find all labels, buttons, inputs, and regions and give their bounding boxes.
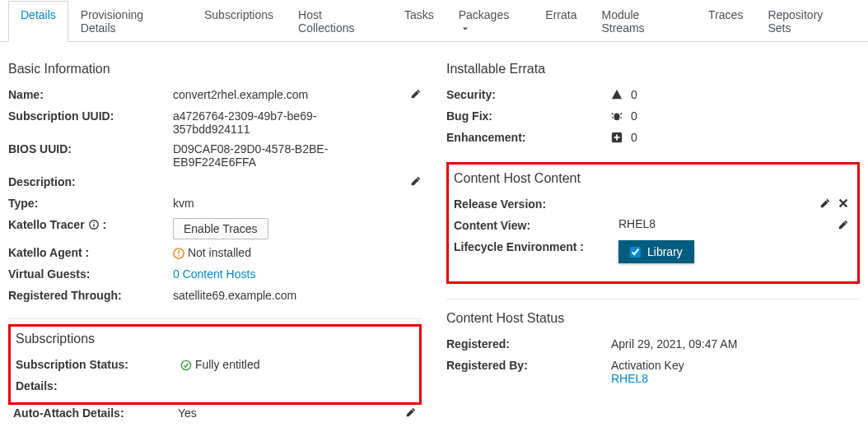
content-host-content-highlight: Content Host Content Release Version: Co…: [446, 162, 860, 284]
row-bugfix: Bug Fix: 0: [446, 108, 860, 124]
registered-through-value: satellite69.example.com: [173, 287, 389, 302]
lifecycle-env-value: Library: [647, 245, 683, 258]
row-name: Name: convert2rhel.example.com: [8, 86, 422, 103]
row-sub-details: Details:: [16, 378, 414, 394]
lifecycle-env-label: Lifecycle Environment :: [454, 239, 618, 253]
lifecycle-env-badge[interactable]: Library: [618, 240, 694, 263]
row-enhancement: Enhancement: 0: [446, 129, 860, 146]
agent-label: Katello Agent :: [8, 244, 173, 259]
bios-uuid-label: BIOS UUID:: [8, 141, 173, 156]
row-registered: Registered: April 29, 2021, 09:47 AM: [446, 336, 860, 352]
svg-line-8: [612, 114, 614, 115]
subscriptions-highlight: Subscriptions Subscription Status: Fully…: [8, 324, 422, 405]
svg-point-7: [614, 114, 620, 121]
svg-line-9: [620, 114, 622, 115]
edit-icon[interactable]: [838, 219, 849, 230]
registered-by-link[interactable]: RHEL8: [611, 372, 648, 385]
row-auto-attach: Auto-Attach Details: Yes: [8, 405, 422, 421]
tab-host-collections[interactable]: Host Collections: [286, 1, 392, 42]
type-value: kvm: [173, 195, 389, 210]
row-type: Type: kvm: [8, 195, 422, 211]
tracer-label-text: Katello Tracer: [8, 218, 85, 231]
registered-by-label: Registered By:: [446, 357, 611, 372]
row-registered-by: Registered By: Activation Key RHEL8: [446, 357, 860, 385]
tab-subscriptions[interactable]: Subscriptions: [192, 1, 286, 42]
edit-icon[interactable]: [819, 197, 831, 209]
type-label: Type:: [8, 195, 173, 210]
row-security: Security: 0: [446, 86, 860, 103]
registered-value: April 29, 2021, 09:47 AM: [611, 336, 860, 350]
tab-repository-sets[interactable]: Repository Sets: [755, 1, 860, 42]
tab-provisioning-details[interactable]: Provisioning Details: [68, 1, 192, 42]
description-value: [173, 174, 389, 175]
row-katello-agent: Katello Agent : Not installed: [8, 244, 422, 261]
ok-circle-icon: [180, 360, 192, 371]
content-view-value: RHEL8: [618, 217, 767, 230]
tab-traces[interactable]: Traces: [696, 1, 755, 42]
content-host-content-title: Content Host Content: [454, 171, 849, 186]
sub-status-value: Fully entitled: [180, 356, 414, 371]
tabs-bar: Details Provisioning Details Subscriptio…: [0, 0, 868, 42]
tracer-label: Katello Tracer :: [8, 216, 173, 231]
tab-details[interactable]: Details: [8, 1, 68, 42]
row-sub-status: Subscription Status: Fully entitled: [16, 356, 414, 373]
name-label: Name:: [8, 86, 173, 101]
plus-square-icon: [611, 132, 623, 143]
guests-link[interactable]: 0 Content Hosts: [173, 267, 255, 281]
row-release-version: Release Version:: [454, 196, 849, 212]
tab-tasks[interactable]: Tasks: [392, 1, 446, 42]
remove-icon[interactable]: [838, 197, 849, 209]
svg-point-2: [93, 222, 94, 223]
tracer-colon: :: [102, 218, 106, 231]
auto-attach-value: Yes: [178, 405, 384, 420]
lifecycle-env-checkbox[interactable]: [630, 247, 641, 258]
edit-icon[interactable]: [405, 406, 417, 418]
registered-label: Registered:: [446, 336, 611, 350]
auto-attach-label: Auto-Attach Details:: [13, 405, 178, 420]
edit-icon[interactable]: [410, 175, 422, 187]
sub-uuid-value: a4726764-2309-49b7-be69-357bdd924111: [173, 108, 389, 136]
separator: [446, 299, 860, 299]
sub-uuid-label: Subscription UUID:: [8, 108, 173, 123]
registered-through-label: Registered Through:: [8, 287, 173, 302]
registered-by-text: Activation Key: [611, 359, 684, 372]
name-value: convert2rhel.example.com: [173, 86, 389, 101]
svg-rect-14: [614, 137, 620, 138]
tab-errata[interactable]: Errata: [533, 1, 589, 42]
enhancement-count: 0: [631, 131, 637, 144]
security-icon: [611, 89, 623, 100]
guests-label: Virtual Guests:: [8, 266, 173, 281]
row-content-view: Content View: RHEL8: [454, 217, 849, 234]
security-count: 0: [631, 88, 637, 101]
info-icon[interactable]: [88, 219, 100, 230]
bug-icon: [611, 110, 623, 122]
tab-module-streams[interactable]: Module Streams: [589, 1, 696, 42]
tab-packages-label: Packages: [459, 8, 509, 21]
chevron-down-icon: [462, 21, 469, 28]
release-version-label: Release Version:: [454, 196, 618, 211]
installable-errata-title: Installable Errata: [446, 62, 860, 77]
security-label: Security:: [446, 86, 611, 101]
separator: [8, 318, 422, 319]
tab-packages[interactable]: Packages: [446, 1, 534, 42]
warning-icon: [173, 248, 184, 259]
row-description: Description:: [8, 174, 422, 190]
agent-value: Not installed: [173, 244, 389, 259]
svg-rect-5: [178, 255, 179, 256]
agent-value-text: Not installed: [188, 246, 251, 259]
sub-status-label: Subscription Status:: [16, 356, 180, 371]
row-registered-through: Registered Through: satellite69.example.…: [8, 287, 422, 304]
edit-icon[interactable]: [410, 88, 422, 100]
sub-status-text: Fully entitled: [195, 358, 260, 371]
content-host-status-title: Content Host Status: [446, 311, 860, 326]
svg-rect-4: [178, 251, 179, 254]
row-bios-uuid: BIOS UUID: D09CAF08-29D0-4578-B2BE-EB9F2…: [8, 141, 422, 169]
subscriptions-title: Subscriptions: [16, 332, 414, 346]
enable-traces-button[interactable]: Enable Traces: [173, 218, 268, 239]
basic-info-title: Basic Information: [8, 62, 422, 77]
row-katello-tracer: Katello Tracer : Enable Traces: [8, 216, 422, 239]
enhancement-label: Enhancement:: [446, 129, 611, 144]
row-lifecycle-env: Lifecycle Environment : Library: [454, 239, 849, 263]
sub-details-label: Details:: [16, 378, 180, 392]
registered-by-value: Activation Key RHEL8: [611, 357, 860, 385]
